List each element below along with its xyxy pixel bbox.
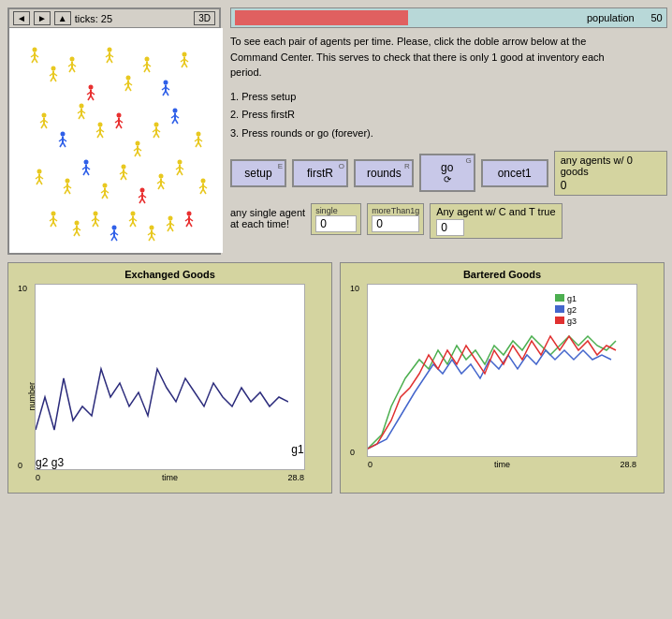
agent-figure: [47, 66, 60, 84]
oncet1-button[interactable]: oncet1: [481, 159, 548, 187]
svg-line-53: [184, 63, 187, 67]
exchanged-goods-title: Exchanged Goods: [14, 269, 326, 280]
sim-canvas: ◄ ► ▲ ticks: 25 3D: [7, 7, 221, 255]
bartered-y-max: 10: [350, 284, 359, 293]
svg-line-17: [72, 67, 75, 72]
svg-point-54: [42, 113, 47, 118]
svg-line-29: [110, 58, 112, 63]
svg-line-131: [105, 194, 108, 199]
svg-line-160: [200, 189, 203, 194]
svg-line-35: [128, 86, 131, 91]
agent-figure: [197, 178, 210, 197]
svg-line-59: [44, 124, 47, 128]
agent-figure: [183, 211, 196, 229]
svg-point-78: [117, 113, 122, 118]
svg-line-101: [175, 119, 178, 124]
agent-figure: [173, 159, 186, 178]
svg-point-168: [75, 221, 80, 226]
agent-figure: [145, 225, 158, 243]
svg-line-202: [168, 227, 170, 231]
3d-button[interactable]: 3D: [194, 11, 215, 25]
arrow-left-btn[interactable]: ◄: [13, 11, 30, 25]
svg-line-119: [67, 189, 70, 194]
svg-line-190: [130, 222, 133, 227]
svg-point-60: [61, 132, 66, 137]
svg-point-90: [154, 123, 159, 127]
svg-line-118: [65, 189, 67, 194]
svg-line-143: [142, 199, 145, 203]
agent-figure: [89, 211, 102, 229]
agent-figure: [33, 169, 46, 187]
svg-point-174: [94, 212, 98, 216]
svg-line-184: [111, 236, 114, 241]
agent-c-label: Any agent w/ C and T true: [436, 206, 555, 217]
go-button[interactable]: go G ⟳: [419, 154, 475, 192]
population-bar-container: [235, 10, 581, 25]
svg-line-148: [158, 184, 161, 189]
agent-figure: [80, 159, 93, 178]
svg-rect-210: [555, 294, 564, 302]
svg-point-42: [164, 81, 168, 85]
svg-line-172: [74, 231, 77, 236]
svg-line-167: [53, 222, 56, 227]
svg-point-162: [51, 212, 56, 216]
svg-line-113: [39, 180, 42, 184]
svg-line-178: [93, 222, 95, 227]
svg-line-179: [95, 222, 98, 227]
svg-line-197: [152, 236, 154, 241]
arrow-up-btn[interactable]: ▲: [54, 11, 71, 25]
svg-point-132: [122, 165, 126, 169]
agent-figure: [94, 122, 107, 140]
svg-line-149: [161, 184, 164, 189]
svg-line-71: [81, 114, 84, 119]
svg-line-47: [166, 91, 168, 96]
rounds-button[interactable]: rounds R: [354, 159, 414, 187]
svg-line-10: [51, 77, 53, 81]
svg-line-4: [32, 58, 35, 63]
firstR-button[interactable]: firstR O: [292, 159, 348, 187]
setup-button[interactable]: setup E: [230, 159, 286, 187]
bartered-x-center: time: [494, 460, 510, 469]
svg-point-30: [126, 76, 131, 81]
agent-figure: [168, 108, 182, 126]
svg-line-95: [156, 133, 159, 138]
svg-line-22: [88, 96, 91, 100]
cycle-icon: ⟳: [432, 174, 462, 184]
svg-line-16: [69, 67, 72, 72]
bartered-goods-title: Bartered Goods: [346, 269, 658, 280]
svg-line-209: [189, 222, 192, 227]
agent-figure: [122, 75, 135, 94]
agent-figure: [84, 84, 97, 103]
svg-point-0: [33, 48, 37, 52]
svg-text:g3: g3: [567, 317, 577, 326]
svg-point-6: [51, 66, 56, 71]
svg-point-108: [37, 169, 42, 174]
svg-line-124: [83, 170, 86, 175]
bartered-chart-area: g1 g2 g3 0 time 28.8: [367, 284, 637, 457]
svg-point-120: [84, 160, 89, 165]
single-monitor: single 0: [311, 203, 361, 235]
svg-point-66: [80, 104, 84, 109]
agent-figure: [75, 103, 88, 122]
svg-line-130: [102, 194, 105, 199]
svg-line-65: [63, 142, 66, 147]
exchanged-x-max: 28.8: [287, 473, 304, 482]
svg-line-58: [41, 124, 44, 128]
svg-line-11: [53, 77, 56, 81]
agent-c-value: 0: [436, 219, 464, 236]
agent-figure: [98, 183, 111, 201]
svg-line-203: [170, 227, 173, 231]
svg-text:g2: g2: [567, 305, 577, 315]
any-agents-label: any agents w/ 0 goods: [561, 155, 661, 177]
single-monitor-label: single: [315, 206, 357, 215]
svg-point-126: [103, 184, 108, 188]
svg-line-77: [100, 133, 103, 138]
sim-viewport: [9, 28, 223, 253]
svg-line-100: [172, 119, 175, 124]
single-monitor-value: 0: [315, 215, 357, 232]
svg-point-192: [150, 226, 154, 230]
any-agents-value: 0: [561, 179, 661, 192]
agent-figure: [70, 220, 83, 239]
arrow-right-btn[interactable]: ►: [34, 11, 51, 25]
svg-line-208: [186, 222, 189, 227]
